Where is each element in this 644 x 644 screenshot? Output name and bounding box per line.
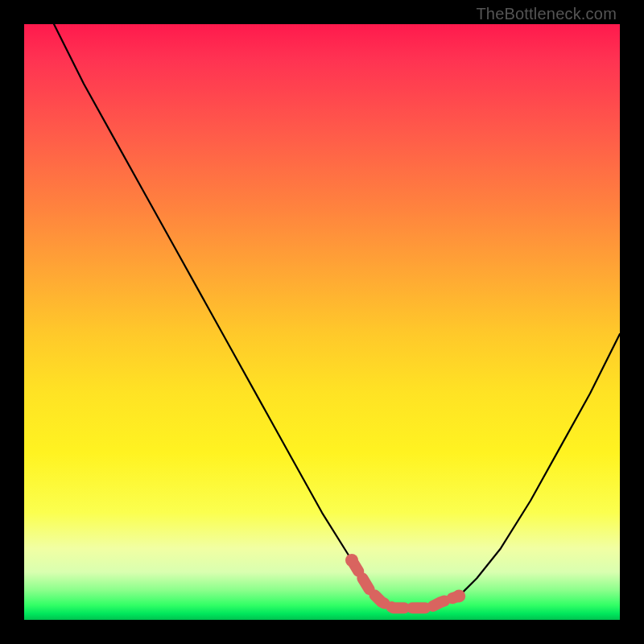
plot-area [24, 24, 620, 620]
bottleneck-curve [54, 24, 620, 608]
optimal-range-highlight [352, 560, 459, 608]
highlight-end-dot [452, 589, 465, 602]
chart-frame: TheBottleneck.com [0, 0, 644, 644]
highlight-end-dot [345, 554, 358, 567]
attribution-label: TheBottleneck.com [476, 5, 617, 23]
chart-svg [24, 24, 620, 620]
